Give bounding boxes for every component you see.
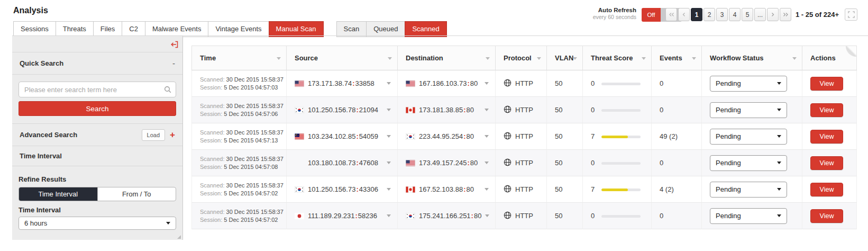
destination-dropdown-button[interactable]	[485, 162, 489, 164]
workflow-status-select[interactable]: Pending	[710, 182, 787, 198]
session-time: 5 Dec 2015 04:57:03	[224, 84, 278, 91]
workflow-status-select[interactable]: Pending	[710, 76, 787, 92]
view-button[interactable]: View	[810, 156, 843, 170]
page-button-3[interactable]: 3	[716, 8, 728, 21]
events-value: 0	[660, 79, 663, 87]
threat-score-bar	[601, 109, 641, 112]
scanned-time: 30 Dec 2015 15:58:37	[226, 76, 284, 83]
workflow-status-select[interactable]: Pending	[710, 129, 787, 145]
threat-score-bar	[601, 189, 641, 191]
source-dropdown-button[interactable]	[387, 214, 391, 217]
column-header-events[interactable]: Events	[652, 46, 702, 70]
table-row: Scanned: 30 Dec 2015 15:58:37 Session: 5…	[191, 70, 857, 97]
column-header-workflow-status[interactable]: Workflow Status	[702, 46, 802, 70]
view-button[interactable]: View	[810, 77, 843, 91]
destination-dropdown-button[interactable]	[485, 82, 489, 85]
view-button[interactable]: View	[810, 130, 843, 144]
column-header-time[interactable]: Time	[191, 46, 287, 70]
toggle-time-interval[interactable]: Time Interval	[19, 187, 97, 201]
tab-vintage-events[interactable]: Vintage Events	[208, 21, 269, 37]
page-button-4[interactable]: 4	[729, 8, 741, 21]
tab-c2[interactable]: C2	[122, 21, 145, 37]
first-page-button[interactable]	[665, 8, 677, 21]
source-dropdown-button[interactable]	[387, 82, 391, 85]
tab-files[interactable]: Files	[93, 21, 122, 37]
events-value: 4 (2)	[660, 185, 674, 193]
page-button-2[interactable]: 2	[703, 8, 715, 21]
auto-refresh-state[interactable]: Off	[642, 8, 661, 22]
auto-refresh-label: Auto Refresh	[569, 7, 636, 14]
sort-caret-icon[interactable]	[573, 57, 577, 60]
threat-score-bar	[601, 162, 641, 165]
workflow-status-select[interactable]: Pending	[710, 208, 787, 224]
quick-search-body: Search	[12, 75, 182, 124]
page-ellipsis-button[interactable]: ...	[754, 8, 766, 21]
sort-caret-icon[interactable]	[642, 57, 646, 60]
sort-caret-icon[interactable]	[277, 57, 281, 60]
workflow-status-select[interactable]: Pending	[710, 102, 787, 118]
last-page-button[interactable]	[780, 8, 791, 21]
destination-address: 223.44.95.254:80	[419, 132, 474, 140]
sort-caret-icon[interactable]	[486, 57, 490, 60]
tab-malware-events[interactable]: Malware Events	[145, 21, 208, 37]
prev-page-button[interactable]	[678, 8, 690, 21]
globe-icon	[504, 211, 511, 221]
destination-dropdown-button[interactable]	[485, 188, 489, 191]
quick-search-collapse-toggle[interactable]: -	[172, 61, 175, 66]
column-header-source[interactable]: Source	[287, 46, 398, 70]
view-button[interactable]: View	[810, 103, 843, 117]
time-interval-select[interactable]: 6 hours	[19, 217, 176, 230]
source-dropdown-button[interactable]	[387, 162, 391, 164]
load-button[interactable]: Load	[142, 129, 165, 141]
toggle-from-to[interactable]: From / To	[97, 187, 176, 201]
source-dropdown-button[interactable]	[387, 135, 391, 138]
tab-queued[interactable]: Queued	[366, 21, 405, 37]
sort-caret-icon[interactable]	[692, 57, 696, 60]
kr-flag-icon	[295, 107, 304, 113]
actions-cell: View	[802, 70, 857, 97]
advanced-search-header[interactable]: Advanced Search Load +	[12, 124, 182, 146]
workflow-status-cell: Pending	[702, 150, 802, 176]
vlan-cell: 50	[547, 176, 583, 203]
sort-caret-icon[interactable]	[792, 57, 797, 60]
tab-manual-scan[interactable]: Manual Scan	[269, 21, 324, 37]
destination-dropdown-button[interactable]	[485, 135, 489, 138]
tab-scanned[interactable]: Scanned	[405, 21, 446, 37]
sidebar-resize-grip[interactable]	[177, 235, 181, 239]
search-input[interactable]	[19, 82, 176, 97]
column-header-vlan[interactable]: VLAN	[547, 46, 583, 70]
search-button[interactable]: Search	[19, 101, 176, 116]
page-button-1[interactable]: 1	[691, 8, 702, 21]
threat-score-value: 0	[591, 79, 597, 87]
sort-caret-icon[interactable]	[537, 57, 541, 60]
source-cell: 101.250.156.73:43306	[287, 176, 398, 203]
tab-scan[interactable]: Scan	[336, 21, 367, 37]
column-header-protocol[interactable]: Protocol	[496, 46, 547, 70]
view-button[interactable]: View	[810, 209, 843, 223]
quick-search-header[interactable]: Quick Search -	[12, 52, 182, 75]
workflow-status-value: Pending	[716, 185, 777, 193]
scanned-time: 30 Dec 2015 15:58:37	[226, 182, 284, 189]
tab-sessions[interactable]: Sessions	[13, 21, 56, 37]
collapse-sidebar-button[interactable]	[169, 40, 179, 49]
destination-dropdown-button[interactable]	[485, 214, 489, 217]
next-page-button[interactable]	[767, 8, 779, 21]
chevron-down-icon	[485, 188, 489, 191]
view-button[interactable]: View	[810, 183, 843, 196]
add-filter-button[interactable]: +	[170, 130, 175, 140]
source-cell: 173.171.38.74:33858	[287, 70, 398, 97]
column-header-destination[interactable]: Destination	[398, 46, 496, 70]
column-label: Destination	[406, 54, 443, 62]
workflow-status-select[interactable]: Pending	[710, 155, 787, 171]
page-button-5[interactable]: 5	[742, 8, 753, 21]
source-dropdown-button[interactable]	[387, 109, 391, 111]
destination-dropdown-button[interactable]	[485, 109, 489, 111]
sort-caret-icon[interactable]	[388, 57, 392, 60]
column-header-threat-score[interactable]: Threat Score	[583, 46, 652, 70]
column-label: Source	[295, 54, 318, 62]
time-interval-section-header[interactable]: Time Interval	[12, 146, 182, 166]
source-dropdown-button[interactable]	[387, 188, 391, 191]
fullscreen-button[interactable]	[845, 8, 857, 21]
tab-threats[interactable]: Threats	[56, 21, 94, 37]
table-row: Scanned: 30 Dec 2015 15:58:37 Session: 5…	[191, 203, 857, 229]
